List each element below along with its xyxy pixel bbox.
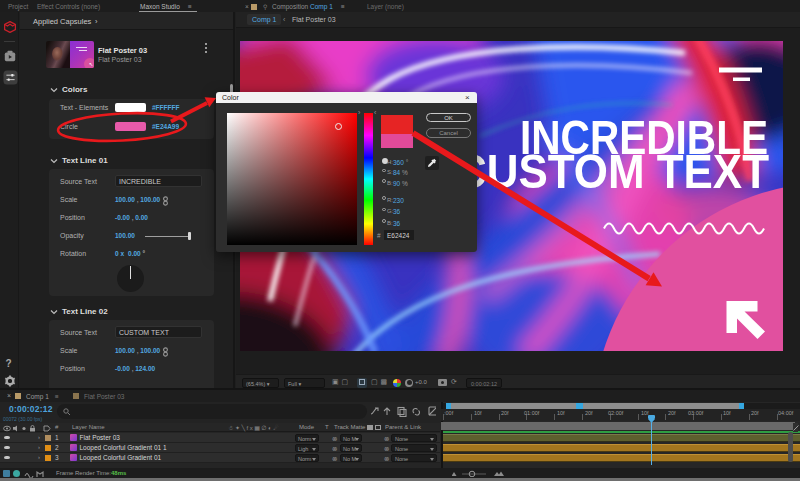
svg-text:CUSTOM TEXT: CUSTOM TEXT [455,145,769,198]
